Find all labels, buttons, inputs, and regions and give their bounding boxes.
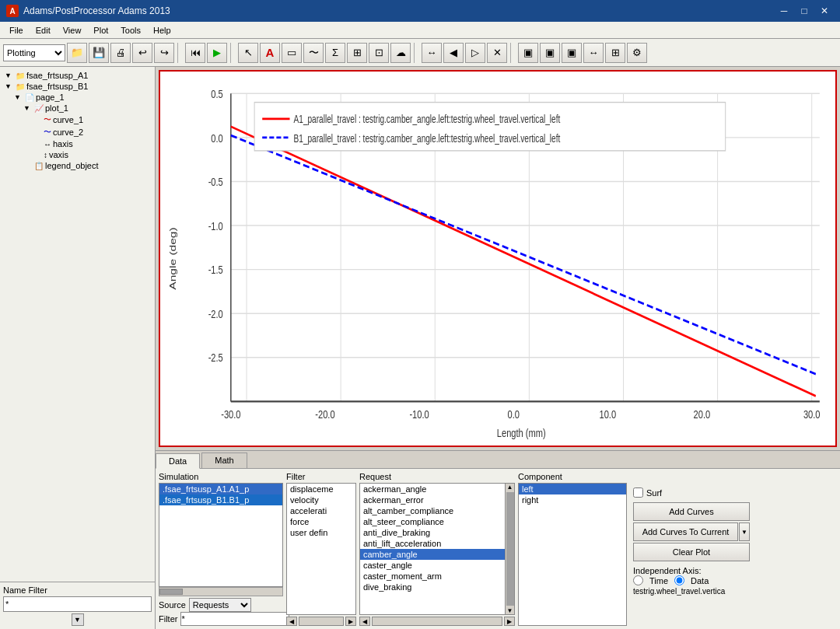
filter-list[interactable]: displaceme velocity accelerati force use…: [286, 483, 356, 615]
toolbar-rect[interactable]: ▭: [282, 43, 302, 63]
tree-item-plot1[interactable]: ▼ 📈 plot_1: [22, 103, 152, 114]
request-list[interactable]: ackerman_angle ackerman_error alt_camber…: [359, 483, 515, 615]
source-select[interactable]: Requests: [189, 598, 251, 612]
req-scroll-right[interactable]: ▶: [504, 617, 515, 626]
toolbar-layout2[interactable]: ▣: [540, 43, 560, 63]
toolbar-new[interactable]: 📁: [67, 43, 87, 63]
tree-item-page1[interactable]: ▼ 📄 page_1: [12, 92, 152, 103]
filter-input[interactable]: [180, 612, 289, 626]
toolbar-layout3[interactable]: ▣: [562, 43, 582, 63]
toolbar-swap[interactable]: ↔: [583, 43, 604, 63]
request-header: Request: [359, 472, 515, 481]
tree-label: page_1: [36, 93, 65, 102]
svg-text:-20.0: -20.0: [315, 407, 334, 421]
surf-checkbox[interactable]: [633, 487, 643, 498]
menu-view[interactable]: View: [57, 24, 88, 37]
toolbar-zoom[interactable]: ⊡: [369, 43, 389, 63]
component-list[interactable]: left right: [518, 483, 627, 626]
tab-math[interactable]: Math: [201, 453, 247, 468]
list-item[interactable]: alt_camber_compliance: [360, 505, 514, 516]
toolbar-save[interactable]: 💾: [89, 43, 109, 63]
toolbar-pan[interactable]: ☁: [390, 43, 411, 63]
title-bar: A Adams/PostProcessor Adams 2013 ─ □ ✕: [0, 0, 840, 22]
filter-dropdown-btn[interactable]: ▼: [72, 613, 84, 626]
list-item[interactable]: displaceme: [287, 484, 355, 494]
minimize-button[interactable]: ─: [775, 2, 793, 19]
list-item[interactable]: ackerman_angle: [360, 484, 514, 494]
toolbar-redo[interactable]: ↪: [154, 43, 174, 63]
menu-tools[interactable]: Tools: [114, 24, 147, 37]
menu-plot[interactable]: Plot: [87, 24, 114, 37]
toolbar-table[interactable]: ⊞: [605, 43, 625, 63]
toolbar-text[interactable]: A: [260, 43, 280, 63]
toolbar-select[interactable]: ↖: [238, 43, 258, 63]
req-scroll-left[interactable]: ◀: [359, 617, 370, 626]
list-item[interactable]: .fsae_frtsusp_A1.A1_p: [159, 484, 282, 494]
request-vscrollbar[interactable]: ▲ ▼: [505, 484, 514, 614]
surf-label: Surf: [646, 488, 662, 498]
tree-item-curve2[interactable]: 〜 curve_2: [31, 126, 152, 138]
toolbar-print[interactable]: 🖨: [110, 43, 131, 63]
tree-item-fsae-b1[interactable]: ▼ 📁 fsae_frtsusp_B1: [3, 81, 152, 92]
toolbar-fitx[interactable]: ↔: [422, 43, 442, 63]
toolbar-sum[interactable]: Σ: [325, 43, 345, 63]
toolbar-grid[interactable]: ⊞: [347, 43, 367, 63]
simulation-list[interactable]: .fsae_frtsusp_A1.A1_p .fsae_frtsusp_B1.B…: [159, 483, 283, 587]
radio-data[interactable]: [674, 575, 684, 585]
toolbar-del[interactable]: ✕: [487, 43, 507, 63]
list-item[interactable]: alt_steer_compliance: [360, 516, 514, 527]
menu-help[interactable]: Help: [147, 24, 177, 37]
add-curves-to-current-button[interactable]: Add Curves To Current: [633, 522, 738, 541]
list-item[interactable]: ackerman_error: [360, 494, 514, 505]
filter-scroll-right[interactable]: ▶: [345, 617, 356, 626]
mode-dropdown[interactable]: Plotting: [3, 44, 65, 61]
list-item[interactable]: accelerati: [287, 505, 355, 516]
toolbar-next[interactable]: ▷: [465, 43, 485, 63]
toolbar-prev[interactable]: ◀: [443, 43, 464, 63]
clear-plot-button[interactable]: Clear Plot: [633, 543, 750, 561]
tree-item-fsae-a1[interactable]: ▼ 📁 fsae_frtsusp_A1: [3, 70, 152, 81]
axis-value: testrig.wheel_travel.vertica: [633, 587, 751, 596]
toolbar-play[interactable]: ▶: [207, 43, 227, 63]
list-item[interactable]: right: [519, 494, 626, 505]
close-button[interactable]: ✕: [815, 2, 834, 19]
list-item[interactable]: caster_angle: [360, 560, 514, 571]
add-curves-button[interactable]: Add Curves: [633, 502, 750, 521]
add-curves-dropdown-btn[interactable]: ▼: [739, 522, 750, 541]
menu-edit[interactable]: Edit: [30, 24, 57, 37]
filter-scroll-left[interactable]: ◀: [286, 617, 297, 626]
right-buttons: Surf Add Curves Add Curves To Current ▼ …: [630, 472, 754, 626]
tree-item-haxis[interactable]: ↔ haxis: [31, 138, 152, 149]
source-label: Source: [159, 600, 186, 610]
tree-item-legend[interactable]: 📋 legend_object: [22, 160, 152, 171]
list-item[interactable]: caster_moment_arm: [360, 571, 514, 582]
simulation-column: Simulation .fsae_frtsusp_A1.A1_p .fsae_f…: [159, 472, 283, 626]
radio-time[interactable]: [633, 575, 643, 585]
list-item[interactable]: camber_angle: [360, 549, 514, 560]
menu-file[interactable]: File: [3, 24, 30, 37]
sim-scrollbar[interactable]: [159, 587, 283, 596]
tree-item-curve1[interactable]: 〜 curve_1: [31, 114, 152, 126]
toolbar-layout1[interactable]: ▣: [518, 43, 538, 63]
toolbar-curve[interactable]: 〜: [303, 43, 324, 63]
toolbar-first[interactable]: ⏮: [185, 43, 205, 63]
req-scrollbar[interactable]: [372, 617, 502, 626]
name-filter-input[interactable]: [3, 596, 152, 612]
list-item[interactable]: anti_dive_braking: [360, 527, 514, 538]
tree-item-vaxis[interactable]: ↕ vaxis: [31, 149, 152, 160]
list-item[interactable]: .fsae_frtsusp_B1.B1_p: [159, 494, 282, 505]
left-panel: ▼ 📁 fsae_frtsusp_A1 ▼ 📁 fsae_frtsusp_B1 …: [0, 67, 156, 629]
toolbar-undo[interactable]: ↩: [132, 43, 152, 63]
list-item[interactable]: dive_braking: [360, 582, 514, 592]
plot-area[interactable]: 0.5 0.0 -0.5 -1.0 -1.5 -2.0 -2.5 -30.0 -…: [159, 70, 837, 447]
vaxis-icon: ↕: [44, 151, 47, 159]
tab-data[interactable]: Data: [156, 453, 200, 469]
toolbar-settings[interactable]: ⚙: [627, 43, 647, 63]
maximize-button[interactable]: □: [795, 2, 814, 19]
list-item[interactable]: left: [519, 484, 626, 494]
list-item[interactable]: anti_lift_acceleration: [360, 538, 514, 549]
list-item[interactable]: velocity: [287, 494, 355, 505]
list-item[interactable]: user defin: [287, 527, 355, 538]
list-item[interactable]: force: [287, 516, 355, 527]
filter-scrollbar[interactable]: [299, 617, 344, 626]
